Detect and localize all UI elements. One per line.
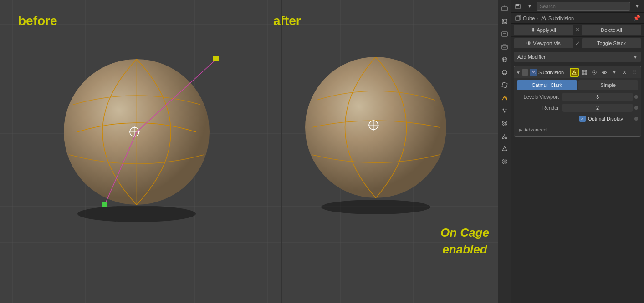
sidebar-icon-viewlayer[interactable] [500, 42, 510, 52]
svg-point-23 [503, 20, 506, 23]
before-sphere [46, 36, 228, 227]
svg-rect-49 [516, 17, 519, 20]
sidebar-icons-strip [498, 0, 511, 303]
modifier-close-button[interactable]: ✕ [620, 68, 629, 77]
levels-viewport-row: Levels Viewport 3 [517, 92, 638, 102]
viewport-vis-icon: 👁 [526, 40, 532, 46]
levels-viewport-value[interactable]: 3 [562, 93, 633, 101]
svg-rect-33 [501, 82, 507, 88]
modifier-breadcrumb-icon [540, 15, 547, 21]
render-dot[interactable] [634, 106, 638, 110]
render-value[interactable]: 2 [562, 104, 633, 112]
modifier-options-chevron[interactable]: ▼ [610, 68, 619, 77]
breadcrumb: Cube › Subdivision 📌 [511, 13, 644, 24]
subdivision-modifier-card: ▼ Subdivision [514, 66, 641, 137]
annotation-text: On Cage enabled [440, 224, 489, 258]
toolbar-more-btn[interactable]: ▼ [632, 1, 642, 11]
apply-x-icon: ✕ [575, 27, 580, 33]
sidebar-icon-data[interactable] [500, 144, 510, 154]
toolbar-save-btn[interactable] [513, 1, 523, 11]
levels-viewport-dot[interactable] [634, 95, 638, 99]
add-modifier-button[interactable]: Add Modifier ▼ [514, 52, 641, 62]
toggle-stack-label: Toggle Stack [597, 40, 626, 46]
annotation-arrow [478, 100, 498, 237]
svg-rect-10 [213, 56, 219, 61]
svg-point-58 [594, 72, 595, 73]
svg-point-34 [502, 109, 504, 110]
edit-mode-button[interactable] [580, 68, 589, 77]
modifier-enable-checkbox[interactable] [522, 69, 528, 76]
on-cage-button[interactable] [570, 68, 579, 77]
breadcrumb-item1: Cube [523, 15, 535, 21]
modifier-type-icon [530, 69, 537, 76]
toolbar-chevron-down[interactable]: ▼ [525, 1, 535, 11]
simple-button[interactable]: Simple [578, 80, 639, 90]
render-row: Render 2 [517, 103, 638, 113]
modifier-drag-handle[interactable]: ⠿ [630, 68, 639, 77]
svg-point-46 [503, 160, 506, 163]
delete-all-button[interactable]: Delete All [582, 25, 641, 35]
panel-search-input[interactable] [537, 2, 630, 11]
properties-panel: ▼ ▼ Cube › Subdivision 📌 ⬇ Apply All [498, 0, 644, 303]
render-label: Render [517, 105, 562, 111]
viewport-vis-label: Viewport Vis [533, 40, 561, 46]
toggle-stack-button[interactable]: Toggle Stack [582, 38, 641, 48]
optimal-display-row: ✓ Optimal Display [517, 114, 638, 124]
viewport-visibility-button[interactable] [600, 68, 609, 77]
advanced-chevron: ▶ [519, 127, 522, 132]
render-visibility-button[interactable] [590, 68, 599, 77]
advanced-section[interactable]: ▶ Advanced [517, 125, 638, 135]
svg-point-12 [321, 200, 430, 214]
sidebar-icon-modifier[interactable] [500, 93, 510, 103]
svg-point-38 [506, 110, 506, 111]
sidebar-icon-physics[interactable] [500, 118, 510, 128]
svg-point-36 [504, 111, 505, 113]
apply-delete-row: ⬇ Apply All ✕ Delete All [511, 24, 644, 37]
apply-all-button[interactable]: ⬇ Apply All [514, 25, 573, 35]
before-label: before [18, 14, 57, 28]
modifier-name-label: Subdivision [538, 70, 568, 75]
add-modifier-row: Add Modifier ▼ [511, 50, 644, 64]
svg-rect-52 [582, 70, 587, 75]
apply-all-icon: ⬇ [531, 27, 535, 33]
optimal-display-checkbox[interactable]: ✓ [579, 116, 586, 122]
svg-point-0 [77, 206, 196, 222]
sidebar-icon-output[interactable] [500, 29, 510, 39]
svg-rect-20 [502, 7, 507, 11]
viewport-toggle-row: 👁 Viewport Vis ⤢ Toggle Stack [511, 37, 644, 50]
breadcrumb-separator: › [537, 15, 538, 21]
sidebar-icon-render[interactable] [500, 16, 510, 26]
catmull-clark-button[interactable]: Catmull-Clark [517, 80, 577, 90]
viewport-area: before after [0, 0, 498, 303]
optimal-display-dot[interactable] [634, 117, 638, 121]
sidebar-icon-material[interactable] [500, 157, 510, 167]
optimal-display-text: Optimal Display [588, 116, 623, 121]
modifier-expand-chevron[interactable]: ▼ [516, 70, 521, 75]
svg-point-37 [503, 110, 504, 111]
viewport-expand-icon[interactable]: ⤢ [575, 40, 580, 46]
modifier-header-icons: ▼ ✕ ⠿ [570, 68, 639, 77]
sidebar-icon-world[interactable] [500, 67, 510, 77]
modifier-header: ▼ Subdivision [514, 66, 641, 78]
sidebar-icon-constraints[interactable] [500, 131, 510, 141]
delete-all-label: Delete All [601, 27, 622, 33]
sidebar-icon-scene[interactable] [500, 4, 510, 14]
panel-toolbar: ▼ ▼ [511, 0, 644, 13]
add-modifier-chevron: ▼ [633, 55, 638, 60]
sidebar-icon-particles[interactable] [500, 106, 510, 116]
pin-icon[interactable]: 📌 [633, 15, 640, 21]
sidebar-icon-object[interactable] [500, 80, 510, 90]
svg-rect-9 [102, 202, 107, 207]
after-label: after [273, 14, 301, 28]
modifier-body: Catmull-Clark Simple Levels Viewport 3 R… [514, 78, 641, 136]
svg-rect-24 [502, 32, 507, 36]
viewport-vis-button[interactable]: 👁 Viewport Vis [514, 38, 573, 48]
sidebar-icon-scene-props[interactable] [500, 55, 510, 65]
apply-all-label: Apply All [537, 27, 556, 33]
svg-point-35 [505, 109, 506, 110]
levels-viewport-label: Levels Viewport [517, 94, 562, 100]
svg-point-21 [504, 6, 505, 7]
add-modifier-label: Add Modifier [517, 54, 546, 60]
svg-point-13 [305, 57, 446, 198]
after-sphere [291, 45, 465, 218]
